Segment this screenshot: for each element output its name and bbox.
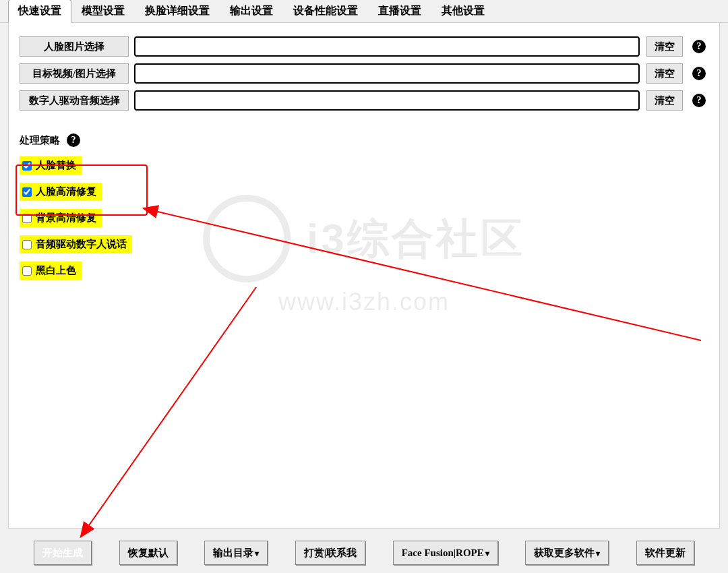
row-digital-audio: 数字人驱动音频选择 清空 ? <box>20 90 706 111</box>
opt-colorize-checkbox[interactable] <box>22 266 32 276</box>
target-video-select-button[interactable]: 目标视频/图片选择 <box>20 63 129 84</box>
watermark-logo-icon <box>203 195 291 282</box>
digital-audio-clear-button[interactable]: 清空 <box>646 90 683 111</box>
more-software-button[interactable]: 获取更多软件 <box>525 541 609 565</box>
watermark-url: www.i3zh.com <box>203 288 525 316</box>
face-image-select-button[interactable]: 人脸图片选择 <box>20 36 129 57</box>
footer-toolbar: 开始生成 恢复默认 输出目录 打赏|联系我 Face Fusion|ROPE 获… <box>0 533 728 573</box>
opt-colorize-label: 黑白上色 <box>36 264 76 277</box>
tab-quick-settings[interactable]: 快速设置 <box>8 0 71 23</box>
donate-button[interactable]: 打赏|联系我 <box>295 541 365 565</box>
software-update-button[interactable]: 软件更新 <box>636 541 694 565</box>
help-icon[interactable]: ? <box>692 67 706 80</box>
opt-colorize[interactable]: 黑白上色 <box>20 262 82 280</box>
tab-bar: 快速设置 模型设置 换脸详细设置 输出设置 设备性能设置 直播设置 其他设置 <box>0 0 728 23</box>
opt-bg-hd-restore-label: 背景高清修复 <box>36 212 96 224</box>
start-generate-button[interactable]: 开始生成 <box>34 541 92 565</box>
opt-audio-drive-talk[interactable]: 音频驱动数字人说话 <box>20 235 132 253</box>
watermark-title: i3综合社区 <box>307 210 525 267</box>
tab-model-settings[interactable]: 模型设置 <box>71 0 135 23</box>
output-dir-button[interactable]: 输出目录 <box>204 541 268 565</box>
row-face-image: 人脸图片选择 清空 ? <box>20 36 706 57</box>
opt-bg-hd-restore[interactable]: 背景高清修复 <box>20 209 102 227</box>
tab-output-settings[interactable]: 输出设置 <box>220 0 283 23</box>
tab-live-settings[interactable]: 直播设置 <box>368 0 431 23</box>
help-icon[interactable]: ? <box>692 40 706 53</box>
tab-other-settings[interactable]: 其他设置 <box>431 0 495 23</box>
tab-device-perf[interactable]: 设备性能设置 <box>283 0 368 23</box>
strategy-options: 人脸替换 人脸高清修复 背景高清修复 音频驱动数字人说话 黑白上色 <box>20 156 132 288</box>
face-image-clear-button[interactable]: 清空 <box>646 36 683 57</box>
face-image-path-input[interactable] <box>134 36 640 57</box>
opt-face-swap[interactable]: 人脸替换 <box>20 156 82 175</box>
strategy-label: 处理策略 <box>20 134 60 147</box>
target-video-clear-button[interactable]: 清空 <box>646 63 683 84</box>
tab-faceswap-detail[interactable]: 换脸详细设置 <box>135 0 220 23</box>
opt-audio-drive-talk-checkbox[interactable] <box>22 240 32 249</box>
face-fusion-rope-button[interactable]: Face Fusion|ROPE <box>393 541 498 565</box>
help-icon[interactable]: ? <box>692 94 706 107</box>
restore-default-button[interactable]: 恢复默认 <box>119 541 177 565</box>
opt-face-hd-restore-checkbox[interactable] <box>22 187 32 197</box>
opt-face-hd-restore[interactable]: 人脸高清修复 <box>20 183 102 201</box>
opt-face-swap-checkbox[interactable] <box>22 161 32 171</box>
opt-face-hd-restore-label: 人脸高清修复 <box>36 185 96 198</box>
strategy-header: 处理策略 ? <box>20 133 706 147</box>
opt-audio-drive-talk-label: 音频驱动数字人说话 <box>36 238 127 251</box>
opt-face-swap-label: 人脸替换 <box>36 159 76 172</box>
content-panel: 人脸图片选择 清空 ? 目标视频/图片选择 清空 ? 数字人驱动音频选择 清空 … <box>8 23 720 529</box>
row-target-video: 目标视频/图片选择 清空 ? <box>20 63 706 84</box>
target-video-path-input[interactable] <box>134 63 640 84</box>
help-icon[interactable]: ? <box>67 133 80 147</box>
digital-audio-select-button[interactable]: 数字人驱动音频选择 <box>20 90 129 111</box>
digital-audio-path-input[interactable] <box>134 90 640 111</box>
watermark: i3综合社区 www.i3zh.com <box>203 195 525 316</box>
opt-bg-hd-restore-checkbox[interactable] <box>22 214 32 223</box>
